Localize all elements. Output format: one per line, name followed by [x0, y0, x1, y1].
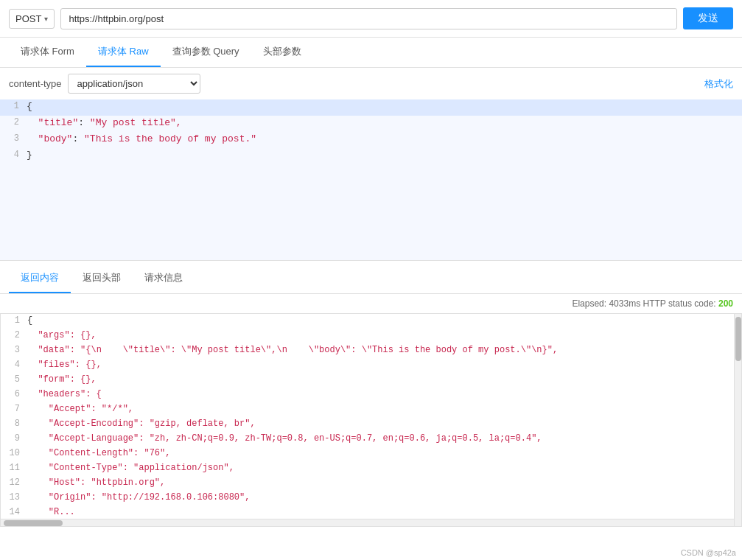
- editor-line-3: 3 "body": "This is the body of my post.": [0, 132, 742, 148]
- resp-line-4: 4 "files": {},: [1, 358, 732, 373]
- tab-response-content[interactable]: 返回内容: [9, 264, 71, 293]
- response-code: 1 { 2 "args": {}, 3 "data": "{\n \"title…: [1, 314, 732, 517]
- resp-line-13: 13 "Origin": "http://192.168.0.106:8080"…: [1, 491, 732, 505]
- resp-line-12: 12 "Host": "httpbin.org",: [1, 476, 732, 491]
- request-tabs: 请求体 Form 请求体 Raw 查询参数 Query 头部参数: [0, 38, 742, 68]
- elapsed-info: Elapsed: 4033ms HTTP status code: 200: [0, 294, 742, 313]
- scrollbar-thumb-vertical[interactable]: [735, 317, 741, 361]
- response-area: 1 { 2 "args": {}, 3 "data": "{\n \"title…: [0, 313, 742, 527]
- content-type-select[interactable]: application/json text/plain application/…: [68, 74, 200, 94]
- method-select[interactable]: POST ▾: [9, 9, 55, 29]
- tab-response-headers[interactable]: 返回头部: [71, 264, 133, 293]
- content-type-label: content-type: [9, 78, 62, 89]
- response-code-wrapper[interactable]: 1 { 2 "args": {}, 3 "data": "{\n \"title…: [1, 314, 741, 526]
- status-code: 200: [718, 298, 733, 309]
- tab-raw[interactable]: 请求体 Raw: [86, 38, 161, 67]
- resp-line-3: 3 "data": "{\n \"title\": \"My post titl…: [1, 343, 732, 358]
- resp-line-14: 14 "R...: [1, 505, 732, 517]
- scrollbar-vertical[interactable]: [734, 314, 741, 526]
- method-label: POST: [15, 13, 41, 24]
- tab-form[interactable]: 请求体 Form: [9, 38, 86, 67]
- format-button[interactable]: 格式化: [704, 77, 733, 91]
- top-bar: POST ▾ 发送: [0, 0, 742, 38]
- elapsed-label: Elapsed: 4033ms HTTP status code:: [572, 298, 715, 309]
- editor-line-2: 2 "title": "My post title",: [0, 116, 742, 132]
- scrollbar-horizontal[interactable]: [1, 519, 734, 526]
- resp-line-7: 7 "Accept": "*/*",: [1, 402, 732, 417]
- resp-line-1: 1 {: [1, 314, 732, 329]
- tab-headers[interactable]: 头部参数: [251, 38, 313, 67]
- content-type-bar: content-type application/json text/plain…: [0, 68, 742, 99]
- response-tabs: 返回内容 返回头部 请求信息: [0, 264, 742, 294]
- resp-line-8: 8 "Accept-Encoding": "gzip, deflate, br"…: [1, 417, 732, 432]
- editor-line-4: 4 }: [0, 148, 742, 164]
- tab-request-info[interactable]: 请求信息: [133, 264, 195, 293]
- code-editor[interactable]: 1 { 2 "title": "My post title", 3 "body"…: [0, 99, 742, 261]
- resp-line-5: 5 "form": {},: [1, 373, 732, 388]
- resp-line-10: 10 "Content-Length": "76",: [1, 447, 732, 461]
- resp-line-9: 9 "Accept-Language": "zh, zh-CN;q=0.9, z…: [1, 432, 732, 447]
- tab-query[interactable]: 查询参数 Query: [161, 38, 251, 67]
- resp-line-11: 11 "Content-Type": "application/json",: [1, 461, 732, 476]
- editor-empty-space: [0, 164, 742, 260]
- resp-line-6: 6 "headers": {: [1, 388, 732, 402]
- resp-line-2: 2 "args": {},: [1, 329, 732, 343]
- editor-line-1: 1 {: [0, 99, 742, 116]
- method-chevron: ▾: [44, 15, 48, 23]
- url-input[interactable]: [60, 8, 677, 29]
- send-button[interactable]: 发送: [683, 7, 733, 29]
- scrollbar-thumb-horizontal[interactable]: [4, 520, 63, 526]
